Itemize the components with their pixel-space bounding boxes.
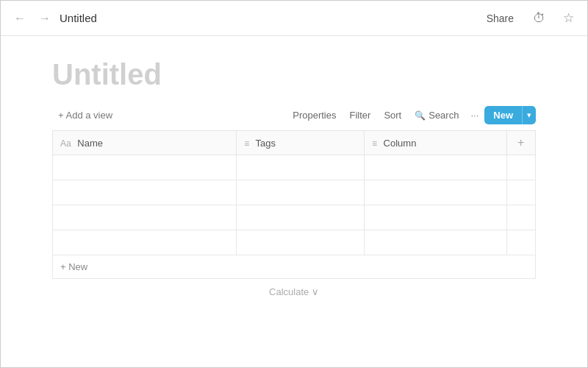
database-table: Aa Name ≡ Tags ≡ Column +: [52, 130, 536, 255]
calculate-label: Calculate ∨: [269, 286, 319, 297]
tags-col-label: Tags: [256, 138, 276, 149]
topbar-left: ← → Untitled: [10, 9, 97, 28]
more-options-button[interactable]: ···: [466, 106, 483, 124]
cell-add-1: [506, 180, 536, 205]
share-button[interactable]: Share: [481, 10, 520, 27]
calculate-button[interactable]: Calculate ∨: [52, 279, 536, 305]
toolbar-left: + Add a view: [52, 107, 118, 124]
table-row: [53, 180, 536, 205]
star-button[interactable]: ☆: [559, 7, 578, 29]
page-title: Untitled: [52, 51, 536, 91]
new-row-button[interactable]: + New: [52, 255, 536, 279]
topbar-right: Share ⏱ ☆: [481, 7, 578, 29]
cell-add-2: [506, 205, 536, 230]
cell-name-0[interactable]: [53, 155, 237, 180]
star-icon: ☆: [563, 11, 574, 25]
cell-name-3[interactable]: [53, 230, 237, 255]
topbar-title: Untitled: [60, 12, 97, 24]
cell-tags-1[interactable]: [237, 180, 365, 205]
more-icon: ···: [470, 110, 478, 121]
add-view-button[interactable]: + Add a view: [52, 107, 118, 124]
cell-column-2[interactable]: [364, 205, 506, 230]
page-content: Untitled + Add a view Properties Filter …: [1, 36, 587, 305]
new-row-label: + New: [60, 261, 87, 272]
cell-add-3: [506, 230, 536, 255]
table-row: [53, 230, 536, 255]
new-dropdown-button[interactable]: ▾: [522, 106, 536, 124]
name-col-label: Name: [77, 138, 103, 149]
cell-column-0[interactable]: [364, 155, 506, 180]
cell-name-2[interactable]: [53, 205, 237, 230]
column-header-tags[interactable]: ≡ Tags: [237, 131, 365, 155]
table-row: [53, 155, 536, 180]
dropdown-icon: ▾: [527, 110, 531, 119]
add-column-button[interactable]: +: [517, 136, 524, 149]
cell-tags-2[interactable]: [237, 205, 365, 230]
column-header-column[interactable]: ≡ Column: [364, 131, 506, 155]
cell-column-3[interactable]: [364, 230, 506, 255]
back-button[interactable]: ←: [10, 9, 30, 28]
forward-button[interactable]: →: [35, 9, 55, 28]
cell-tags-0[interactable]: [237, 155, 365, 180]
column-header-name[interactable]: Aa Name: [53, 131, 237, 155]
search-icon: 🔍: [415, 110, 426, 121]
name-col-icon: Aa: [60, 138, 71, 149]
new-button-group: New ▾: [484, 106, 536, 124]
table-row: [53, 205, 536, 230]
properties-button[interactable]: Properties: [287, 106, 342, 124]
cell-name-1[interactable]: [53, 180, 237, 205]
new-button[interactable]: New: [484, 106, 522, 124]
back-icon: ←: [14, 12, 26, 24]
cell-column-1[interactable]: [364, 180, 506, 205]
column-col-icon: ≡: [372, 138, 377, 149]
table-header-row: Aa Name ≡ Tags ≡ Column +: [53, 131, 536, 155]
cell-tags-3[interactable]: [237, 230, 365, 255]
sort-button[interactable]: Sort: [378, 106, 407, 124]
history-icon: ⏱: [533, 11, 545, 25]
toolbar: + Add a view Properties Filter Sort 🔍 Se…: [52, 106, 536, 124]
history-button[interactable]: ⏱: [528, 8, 550, 29]
filter-button[interactable]: Filter: [343, 106, 376, 124]
toolbar-right: Properties Filter Sort 🔍 Search ··· New …: [287, 106, 536, 124]
tags-col-icon: ≡: [244, 138, 249, 149]
forward-icon: →: [39, 12, 51, 24]
add-column-header[interactable]: +: [506, 131, 536, 155]
search-label: Search: [429, 110, 459, 121]
topbar: ← → Untitled Share ⏱ ☆: [1, 1, 587, 36]
add-col-icon: +: [517, 136, 524, 149]
column-col-label: Column: [384, 138, 417, 149]
search-button[interactable]: 🔍 Search: [409, 106, 465, 124]
cell-add-0: [506, 155, 536, 180]
